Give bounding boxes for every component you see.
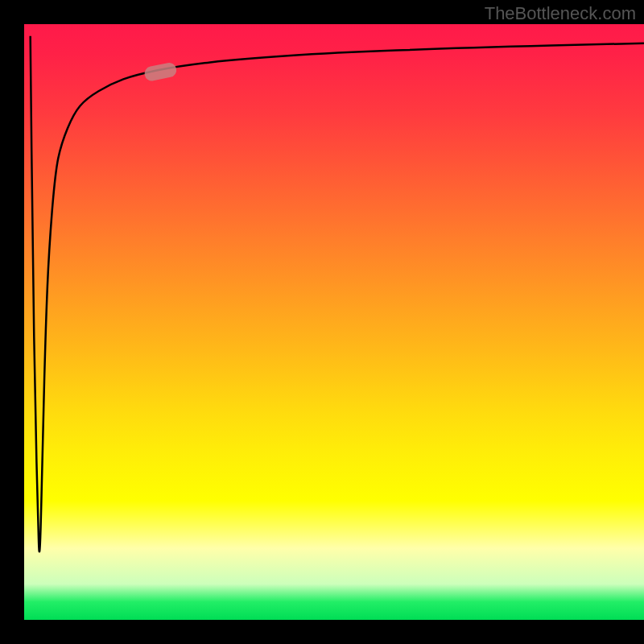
attribution-text: TheBottleneck.com bbox=[485, 3, 636, 24]
svg-rect-0 bbox=[143, 61, 178, 82]
optimal-marker bbox=[143, 61, 178, 82]
y-axis bbox=[0, 24, 24, 620]
x-axis bbox=[0, 620, 644, 644]
curve-path bbox=[31, 36, 644, 552]
bottleneck-curve bbox=[24, 24, 644, 620]
